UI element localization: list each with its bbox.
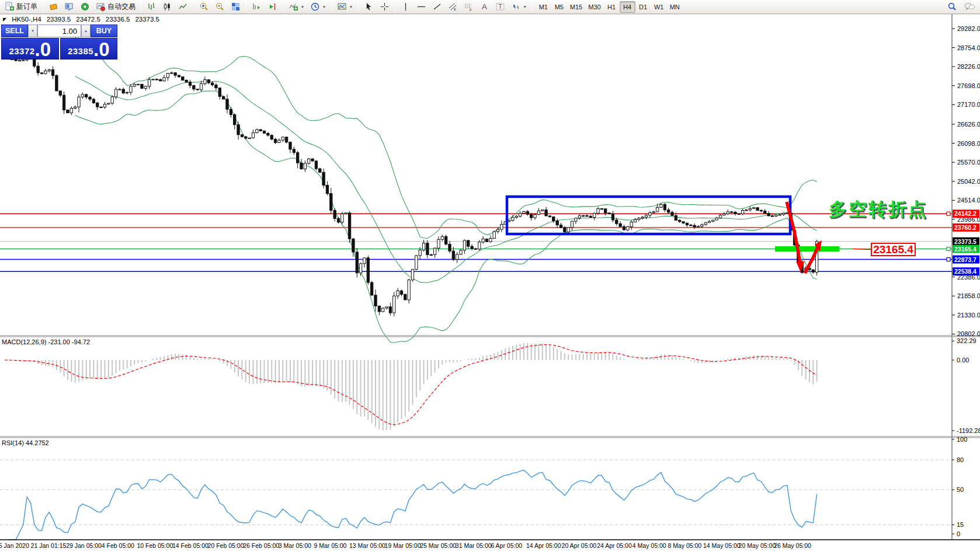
rsi-tick: 50 — [957, 486, 964, 493]
price-tick: 20802.0 — [957, 330, 980, 337]
open-value: 23393.5 — [47, 16, 71, 23]
volume-increase-button[interactable]: ▲ — [81, 25, 91, 37]
price-tick: 21858.0 — [957, 292, 980, 299]
volume-input[interactable] — [37, 25, 81, 37]
time-axis-label: 14 Feb 05:00 — [172, 542, 208, 549]
price-tick: 26626.0 — [957, 121, 980, 128]
price-tick: 27170.0 — [957, 101, 980, 108]
time-axis-label: 20 Feb 05:00 — [208, 542, 244, 549]
sell-price-frac: .0 — [35, 41, 51, 58]
price-level-badge: 24142.2 — [954, 210, 976, 217]
time-axis-label: 9 Mar 05:00 — [314, 542, 346, 549]
turning-point-annotation[interactable]: 多空转折点 — [829, 197, 928, 222]
price-level-badge: 23165.4 — [954, 246, 976, 253]
time-axis-label: 19 Mar 05:00 — [385, 542, 421, 549]
time-axis-label: 6 Apr 05:00 — [491, 542, 522, 549]
time-axis-label: 8 May 05:00 — [668, 542, 701, 549]
time-axis-label: 20 May 05:00 — [739, 542, 776, 549]
symbol-period: HK50-,H4 — [12, 16, 41, 23]
time-axis-label: 4 Feb 05:00 — [102, 542, 134, 549]
price-tick: 28754.0 — [957, 44, 980, 51]
price-level-badge: 22873.7 — [954, 256, 976, 263]
price-tick: 29282.0 — [957, 25, 980, 32]
price-tick: 28226.0 — [957, 63, 980, 70]
price-tick: 25570.0 — [957, 159, 980, 166]
time-axis-label: 31 Mar 05:00 — [456, 542, 492, 549]
time-axis-label: 14 Apr 05:00 — [526, 542, 561, 549]
price-tick: 26098.0 — [957, 140, 980, 147]
macd-tick: -1192.28 — [957, 427, 980, 434]
time-axis-label: 14 May 05:00 — [703, 542, 741, 549]
macd-tick: 322.29 — [957, 337, 976, 344]
price-callout-box[interactable]: 23165.4 — [871, 243, 916, 256]
chart-ohlc-header: ◤ HK50-,H4 23393.5 23472.5 23336.5 23373… — [3, 16, 159, 23]
price-level-badge: 23373.5 — [954, 238, 976, 245]
time-axis-label: 10 Feb 05:00 — [137, 542, 173, 549]
volume-decrease-button[interactable]: ▼ — [28, 25, 37, 37]
sell-button[interactable]: SELL — [1, 25, 28, 37]
price-tick: 21330.0 — [957, 312, 980, 319]
macd-tick: 0.00 — [957, 357, 969, 364]
rsi-tick: 15 — [957, 521, 964, 528]
time-axis-label: 21 Jan 01:15 — [31, 542, 67, 549]
time-axis-label: 13 Mar 05:00 — [349, 542, 385, 549]
price-level-badge: 22538.4 — [954, 268, 976, 275]
time-axis-label: 26 Feb 05:00 — [243, 542, 279, 549]
trading-platform-window: 新订单 自动交易 — [0, 0, 980, 552]
sell-price-display[interactable]: 23372 .0 — [1, 38, 59, 60]
price-tick: 25042.0 — [957, 178, 980, 185]
price-tick: 24514.0 — [957, 197, 980, 204]
sell-price-int: 23372 — [9, 46, 34, 56]
one-click-trade-panel: SELL ▼ ▲ BUY 23372 .0 23385 .0 — [1, 25, 117, 60]
buy-price-display[interactable]: 23385 .0 — [60, 38, 118, 60]
macd-label: MACD(12,26,9) -231.00 -94.72 — [2, 338, 90, 345]
time-axis-label: 26 May 05:00 — [774, 542, 811, 549]
time-axis-label: 15 Jan 2020 — [0, 542, 29, 549]
rsi-tick: 100 — [957, 436, 967, 443]
time-axis-label: 20 Apr 05:00 — [562, 542, 597, 549]
buy-button[interactable]: BUY — [91, 25, 117, 37]
time-axis-label: 25 Mar 05:00 — [420, 542, 456, 549]
chart-canvas[interactable]: 29282.028754.028226.027698.027170.026626… — [0, 0, 980, 552]
buy-price-frac: .0 — [93, 41, 110, 58]
rsi-label: RSI(14) 44.2752 — [2, 439, 49, 446]
symbol-marker-icon: ◤ — [3, 17, 6, 22]
time-axis-label: 3 Mar 05:00 — [279, 542, 311, 549]
price-level-badge: 23760.2 — [954, 224, 976, 231]
low-value: 23336.5 — [106, 16, 130, 23]
rsi-tick: 80 — [957, 456, 964, 463]
time-axis-label: 24 Apr 05:00 — [597, 542, 632, 549]
rsi-tick: 0 — [957, 530, 960, 537]
high-value: 23472.5 — [76, 16, 100, 23]
price-tick: 27698.0 — [957, 82, 980, 89]
close-value: 23373.5 — [135, 16, 159, 23]
buy-price-int: 23385 — [68, 46, 93, 56]
time-axis-label: 4 May 05:00 — [633, 542, 666, 549]
time-axis-label: 29 Jan 05:00 — [66, 542, 102, 549]
